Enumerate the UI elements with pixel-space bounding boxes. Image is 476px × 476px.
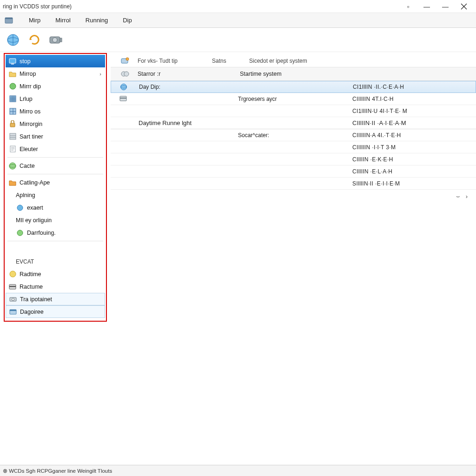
svg-point-19: [10, 271, 16, 277]
sidebar-item-stop[interactable]: stop: [6, 55, 105, 67]
globe-green-icon: [8, 162, 17, 170]
sidebar-item-aplning[interactable]: Aplning: [6, 189, 105, 201]
section-row: Daytime Runne lghtCIlllIN·II ·A·I·E·A·M: [111, 117, 476, 129]
sidebar-label: stop: [20, 58, 31, 65]
menubar: Mirp Mirrol Running Dip: [0, 13, 476, 28]
sidebar-item-sarttiner[interactable]: Sart tiner: [6, 130, 105, 143]
svg-rect-12: [10, 123, 15, 127]
sidebar-label: Ractume: [20, 284, 43, 290]
svg-rect-8: [11, 64, 14, 65]
sidebar-label: Darrfouing.: [27, 230, 56, 236]
grid-gray-icon: [8, 132, 17, 141]
svg-point-9: [10, 83, 16, 89]
sidebar-label: MIl ey orliguin: [16, 217, 52, 224]
svg-point-23: [12, 298, 14, 300]
column-headers: For vks- Tudt tip Satns Sicedot er ipept…: [111, 55, 476, 67]
sidebar-label: Eleuter: [20, 146, 38, 152]
subheader-icon: [112, 70, 138, 78]
sidebar-label: Cacte: [20, 163, 35, 169]
sidebar-item-dagoiree[interactable]: Dagoiree: [6, 305, 105, 318]
sidebar-label: Tra ipotainet: [20, 296, 52, 303]
close-button[interactable]: [455, 1, 473, 12]
svg-point-27: [126, 58, 129, 60]
svg-rect-25: [10, 310, 16, 311]
folder-icon: [8, 70, 17, 78]
row-code: SIlllIN·II ·E·I·I·E·M: [352, 180, 476, 187]
sidebar-separator: [7, 174, 103, 174]
app-menu-icon[interactable]: [3, 13, 15, 27]
toolbar-globe-button[interactable]: [5, 32, 21, 48]
minimize-button[interactable]: —: [417, 1, 436, 12]
svg-point-30: [121, 84, 127, 90]
sidebar-label: Radtime: [20, 271, 41, 278]
aux-window-button[interactable]: ▫: [399, 1, 417, 12]
sidebar-separator: [7, 241, 103, 241]
sidebar-item-mileyorliguin[interactable]: MIl ey orliguin: [6, 214, 105, 226]
window-title: ring in VCDDS stor puntine): [3, 3, 72, 10]
table-row[interactable]: Trgroesers aycrCIIlllIN 4T.I·C·H: [111, 93, 476, 105]
svg-rect-21: [9, 286, 16, 287]
main-panel: For vks- Tudt tip Satns Sicedot er ipept…: [111, 52, 476, 465]
menu-item-3[interactable]: Dip: [115, 13, 139, 27]
sidebar-group-header-evcat: EVCAT: [6, 255, 105, 268]
table-row[interactable]: CIlllIN ·E·K·E·H: [111, 153, 476, 165]
toolbar-refresh-button[interactable]: [26, 32, 43, 48]
table-row[interactable]: Day Dip:CI1lllIN ·II.·C·E·A·H: [111, 81, 476, 93]
rows-container: Day Dip:CI1lllIN ·II.·C·E·A·HTrgroesers …: [111, 81, 476, 190]
row-code: CIlllIN ·E·K·E·H: [352, 156, 476, 163]
menu-item-0[interactable]: Mirp: [21, 13, 48, 27]
panel-icon: [9, 308, 17, 316]
sidebar-item-ractume[interactable]: Ractume: [6, 280, 105, 293]
table-row[interactable]: SIlllIN·II ·E·I·I·E·M: [111, 178, 476, 190]
table-row[interactable]: Socar^cater:CIIlllIN·A 4I.·T·E·H: [111, 129, 476, 141]
table-row[interactable]: CIlllIN ·E·L·A·H: [111, 165, 476, 178]
disc-green-icon: [8, 82, 17, 91]
sidebar-label: Dagoiree: [20, 309, 44, 315]
table-row[interactable]: CI1lllIN·U 4I·I·T·E· M: [111, 105, 476, 117]
menu-item-1[interactable]: Mirrol: [48, 13, 78, 27]
maximize-button[interactable]: —: [436, 1, 455, 12]
lock-icon: [8, 120, 17, 128]
toolbar-camera-button[interactable]: [47, 32, 64, 48]
row-code: CIIlllIN·A 4I.·T·E·H: [352, 132, 476, 139]
drive-icon: [9, 295, 17, 304]
pager-next[interactable]: ›: [466, 193, 468, 200]
column-3-label[interactable]: Sicedot er ipept system: [249, 58, 476, 64]
sidebar-item-eleuter[interactable]: Eleuter: [6, 143, 105, 155]
sidebar-item-catlingape[interactable]: Catling-Ape: [6, 176, 105, 189]
statusbar: ⊗ WCDs Sgh RCPGganer line Weingilt Tlout…: [0, 465, 476, 476]
sidebar-item-darrfouing[interactable]: Darrfouing.: [6, 226, 105, 239]
row-name: Day Dip:: [136, 84, 238, 90]
column-1-label[interactable]: For vks- Tudt tip: [138, 58, 212, 64]
titlebar: ring in VCDDS stor puntine) ▫ — —: [0, 0, 476, 13]
sidebar-item-cacte[interactable]: Cacte: [6, 159, 105, 172]
svg-point-15: [9, 163, 16, 169]
sidebar-item-lrlup[interactable]: Lrlup: [6, 93, 105, 105]
sidebar-label: exaert: [27, 205, 43, 211]
menu-item-2[interactable]: Running: [78, 13, 115, 27]
svg-rect-6: [60, 38, 62, 42]
sidebar-item-mirroos[interactable]: Mirro os: [6, 105, 105, 118]
subheader-left: Starror :r: [138, 71, 240, 77]
sidebar-header-label: EVCAT: [16, 258, 34, 265]
sidebar-item-traipotainet[interactable]: Tra ipotainet: [6, 293, 105, 305]
folder-orange-icon: [8, 178, 17, 187]
subheader-right: Startime system: [240, 71, 476, 77]
sidebar-item-radtime[interactable]: Radtime: [6, 268, 105, 280]
svg-rect-7: [9, 59, 16, 63]
svg-rect-33: [120, 98, 126, 99]
card-icon: [8, 283, 17, 291]
pager-prev[interactable]: ⌣: [456, 192, 460, 200]
sidebar: stop Mirrop › Mirrr dip Lrlup Mirro os M…: [4, 53, 107, 322]
sidebar-label: Mirrop: [20, 71, 36, 77]
sidebar-item-exaert[interactable]: exaert: [6, 201, 105, 214]
sidebar-item-mirrop[interactable]: Mirrop ›: [6, 67, 105, 80]
row-code: CI1lllIN·U 4I·I·T·E· M: [352, 108, 476, 114]
doc-icon: [8, 145, 17, 153]
sidebar-item-mirrorgin[interactable]: Mirrorgin: [6, 118, 105, 130]
sidebar-item-mirrrdip[interactable]: Mirrr dip: [6, 80, 105, 93]
sidebar-label: Sart tiner: [20, 133, 43, 140]
svg-rect-13: [10, 133, 16, 139]
column-2-label[interactable]: Satns: [212, 58, 249, 64]
table-row[interactable]: CIIlllIN ·I·I·T 3·M: [111, 141, 476, 153]
